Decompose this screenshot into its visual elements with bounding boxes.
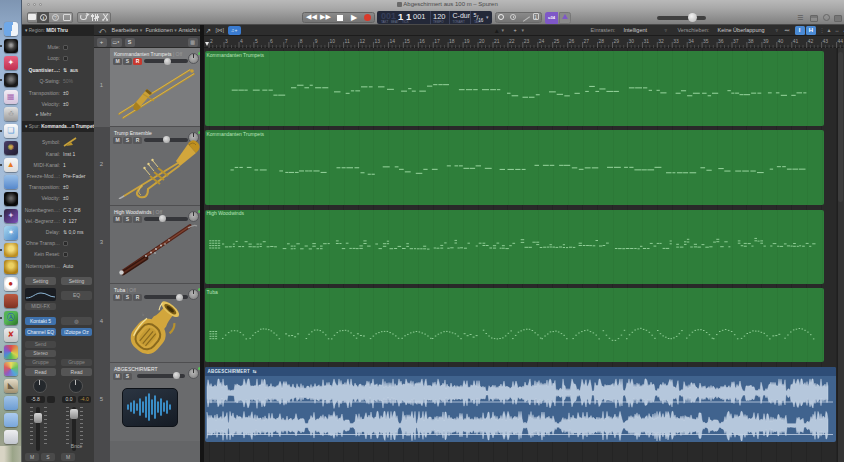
svg-text:♭: ♭ [142, 311, 144, 317]
